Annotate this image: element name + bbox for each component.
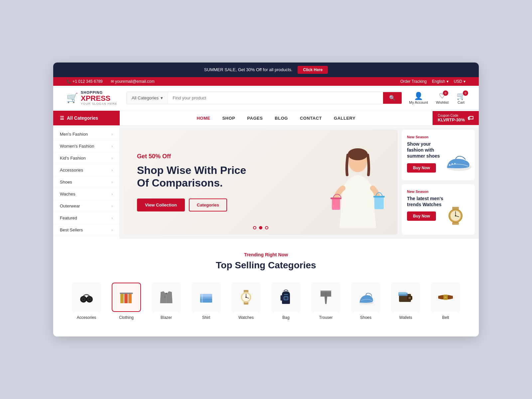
coupon-code-section[interactable]: Coupon Code KLVRTP-30% 🏷: [433, 111, 479, 125]
category-watches[interactable]: Watches: [229, 283, 263, 320]
banner1-buy-button[interactable]: Buy Now: [407, 163, 436, 173]
banner2-label: New Season: [407, 190, 469, 194]
hero-banner: Get 50% Off Shop Wise With Price Of Comp…: [124, 130, 398, 235]
category-trouser[interactable]: Trouser: [309, 283, 342, 320]
contact-bar-left: 📞 +1 012 345 6789 ✉ youremail@email.com: [66, 79, 155, 84]
svg-point-8: [452, 163, 453, 165]
chevron-right-icon: ›: [111, 132, 113, 137]
hero-dot-2[interactable]: [259, 226, 262, 229]
nav-shop[interactable]: SHOP: [222, 116, 235, 121]
svg-rect-45: [321, 291, 331, 292]
category-wallets[interactable]: Wallets: [389, 283, 422, 320]
category-wallets-icon-box: [391, 283, 420, 312]
banner2-buy-button[interactable]: Buy Now: [407, 211, 436, 221]
sidebar-item-outerwear[interactable]: Outerwear ›: [53, 200, 119, 212]
hero-dot-1[interactable]: [253, 226, 256, 229]
category-shoes-label: Shoes: [360, 315, 371, 320]
accessories-icon: [78, 289, 95, 306]
category-bag[interactable]: Bag: [269, 283, 303, 320]
email-info: ✉ youremail@email.com: [111, 79, 155, 84]
sidebar-label: Men's Fashion: [60, 132, 88, 137]
all-categories-label: All Categories: [67, 115, 98, 121]
nav-home[interactable]: HOME: [197, 116, 210, 121]
category-accessories[interactable]: Accesories: [70, 283, 103, 320]
bag-icon: [277, 289, 295, 306]
banner2-title: The latest men's trends Watches: [407, 196, 447, 207]
search-input[interactable]: [168, 92, 383, 104]
wishlist-button[interactable]: ♡ 0 Wishlist: [436, 92, 449, 104]
side-banners: New Season Show your fashion with summer…: [402, 130, 475, 235]
chevron-right-icon: ›: [111, 156, 113, 161]
svg-point-39: [245, 297, 247, 298]
category-watches-icon-box: [231, 283, 261, 312]
svg-rect-26: [120, 293, 133, 294]
side-banner-shoes: New Season Show your fashion with summer…: [402, 130, 475, 180]
category-shoes[interactable]: Shoes: [349, 283, 382, 320]
search-category-dropdown[interactable]: All Categories ▾: [127, 92, 168, 104]
sidebar: Men's Fashion › Women's Fashion › Kid's …: [53, 126, 120, 239]
banner1-image: [442, 150, 472, 178]
category-blazer[interactable]: Blazer: [150, 283, 183, 320]
category-clothing[interactable]: Clothing: [110, 283, 143, 320]
svg-point-22: [88, 298, 90, 300]
sidebar-label: Outerwear: [60, 203, 80, 208]
chevron-right-icon: ›: [111, 180, 113, 185]
chevron-right-icon: ›: [111, 216, 113, 220]
sidebar-label: Best Sellers: [60, 227, 83, 232]
my-account-button[interactable]: 👤 My Account: [409, 92, 428, 104]
order-tracking-link[interactable]: Order Tracking: [400, 79, 427, 84]
svg-rect-53: [398, 292, 406, 295]
sidebar-item-accessories[interactable]: Accessories ›: [53, 164, 119, 176]
svg-point-16: [455, 215, 456, 216]
category-shirt[interactable]: Shirt: [190, 283, 223, 320]
shoes-category-icon: [357, 289, 374, 306]
category-shirt-label: Shirt: [202, 315, 210, 320]
language-chevron: ▾: [447, 79, 449, 84]
svg-rect-1: [332, 198, 340, 210]
search-button[interactable]: 🔍: [383, 92, 402, 104]
chevron-right-icon: ›: [111, 204, 113, 208]
blazer-icon: [158, 289, 175, 306]
sidebar-item-featured[interactable]: Featured ›: [53, 212, 119, 224]
all-categories-button[interactable]: ☰ All Categories: [53, 111, 120, 125]
sidebar-label: Accessories: [60, 168, 83, 173]
chevron-right-icon: ›: [111, 192, 113, 197]
chevron-right-icon: ›: [111, 144, 113, 149]
hamburger-icon: ☰: [60, 115, 64, 121]
category-bag-icon-box: [271, 283, 301, 312]
category-clothing-icon-box: [112, 283, 141, 312]
categories-button[interactable]: Categories: [189, 199, 227, 211]
categories-grid: Accesories Clothing: [66, 283, 466, 320]
banner1-label: New Season: [407, 135, 469, 139]
phone-icon: 📞: [66, 79, 71, 84]
view-collection-button[interactable]: View Collection: [137, 199, 185, 211]
hero-dot-3[interactable]: [265, 226, 268, 229]
search-category-label: All Categories: [132, 95, 159, 100]
cart-button[interactable]: 🛒 0 Cart: [457, 92, 466, 104]
nav-blog[interactable]: BLOG: [275, 116, 288, 121]
sidebar-item-mens-fashion[interactable]: Men's Fashion ›: [53, 128, 119, 140]
sidebar-item-womens-fashion[interactable]: Women's Fashion ›: [53, 140, 119, 152]
sidebar-item-shoes[interactable]: Shoes ›: [53, 176, 119, 188]
nav-contact[interactable]: CONTACT: [300, 116, 322, 121]
sidebar-item-best-sellers[interactable]: Best Sellers ›: [53, 224, 119, 236]
sidebar-item-watches[interactable]: Waches ›: [53, 188, 119, 200]
svg-rect-25: [128, 294, 132, 303]
clothing-icon: [118, 289, 135, 306]
hero-person-svg: [328, 148, 388, 235]
currency-chevron: ▾: [464, 79, 466, 84]
click-here-button[interactable]: Click Here: [298, 66, 328, 74]
category-belt[interactable]: Belt: [429, 283, 462, 320]
logo-slogan: YOUR SLOGAN HERE: [81, 102, 117, 106]
logo[interactable]: 🛒 SHOPPING XPRESS YOUR SLOGAN HERE: [66, 90, 120, 106]
category-shoes-icon-box: [351, 283, 380, 312]
categories-subtitle: Trending Right Now: [66, 252, 466, 257]
nav-gallery[interactable]: GALLERY: [334, 116, 355, 121]
sidebar-item-kids-fashion[interactable]: Kid's Fashion ›: [53, 152, 119, 164]
nav-pages[interactable]: PAGES: [247, 116, 263, 121]
language-selector[interactable]: English ▾: [432, 79, 448, 84]
category-accessories-icon-box: [72, 283, 101, 312]
email-address: youremail@email.com: [115, 79, 155, 84]
svg-point-9: [454, 163, 456, 164]
currency-selector[interactable]: USD ▾: [454, 79, 466, 84]
